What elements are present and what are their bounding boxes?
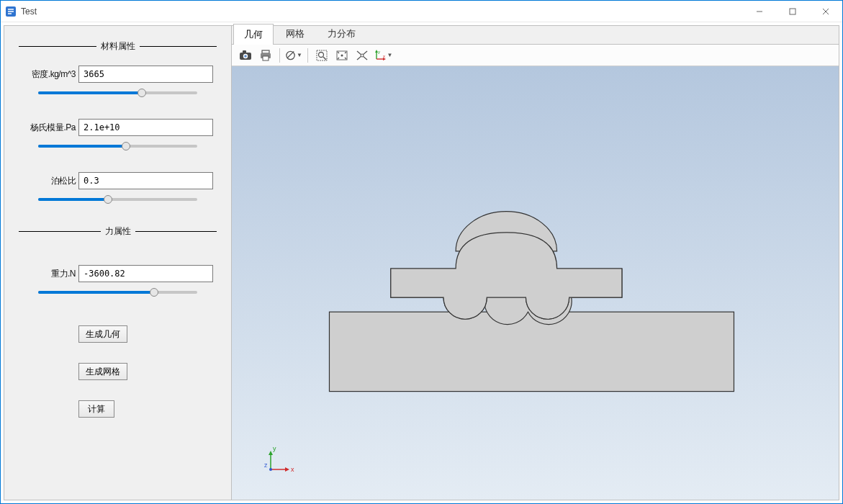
svg-point-8 [244, 55, 247, 58]
density-row: 密度.kg/m^3 [22, 66, 213, 83]
chevron-down-icon: ▼ [297, 52, 302, 58]
toolbar-separator [307, 48, 308, 63]
slider-thumb[interactable] [150, 288, 158, 297]
gravity-row: 重力.N [22, 265, 213, 282]
content-area: 材料属性 密度.kg/m^3 杨氏模量.Pa [4, 25, 839, 500]
generate-geometry-button[interactable]: 生成几何 [78, 325, 127, 343]
minimize-button[interactable] [743, 1, 776, 22]
svg-text:y: y [378, 50, 380, 54]
slider-thumb[interactable] [122, 142, 130, 150]
properties-panel: 材料属性 密度.kg/m^3 杨氏模量.Pa [4, 26, 231, 500]
svg-point-32 [269, 468, 272, 471]
group-header-force: 力属性 [19, 225, 217, 238]
car-shape [391, 212, 622, 325]
fit-view-icon[interactable] [333, 47, 351, 64]
calculate-button[interactable]: 计算 [78, 400, 114, 418]
base-slab [329, 312, 734, 391]
poisson-input[interactable] [78, 172, 213, 189]
zoom-area-icon[interactable] [312, 47, 331, 64]
generate-mesh-button[interactable]: 生成网格 [78, 363, 127, 380]
viewport[interactable]: x y z [232, 66, 839, 500]
chevron-down-icon: ▼ [387, 52, 393, 58]
svg-rect-11 [263, 56, 269, 60]
close-button[interactable] [809, 1, 842, 22]
slider-fill [38, 291, 154, 294]
tab-force[interactable]: 力分布 [317, 23, 366, 44]
axis-y-label: y [273, 445, 276, 452]
divider [140, 46, 217, 47]
young-row: 杨氏模量.Pa [22, 119, 213, 136]
tab-mesh[interactable]: 网格 [275, 23, 315, 44]
gravity-label: 重力.N [22, 268, 78, 280]
poisson-row: 泊松比 [22, 172, 213, 189]
slider-thumb[interactable] [138, 89, 146, 97]
viewer-toolbar: ▼ y x [232, 45, 839, 66]
window-controls [743, 1, 842, 22]
density-label: 密度.kg/m^3 [22, 68, 78, 81]
render-mode-icon[interactable]: ▼ [284, 47, 303, 64]
svg-line-16 [323, 57, 326, 60]
slider-fill [38, 145, 126, 148]
divider [19, 46, 96, 47]
tab-geometry[interactable]: 几何 [233, 24, 274, 45]
slider-thumb[interactable] [104, 195, 112, 204]
group-label-force: 力属性 [101, 225, 135, 238]
axis-triad: x y z [261, 442, 297, 478]
slider-fill [38, 198, 108, 201]
toolbar-separator [279, 48, 280, 63]
poisson-label: 泊松比 [22, 175, 78, 187]
app-window: Test 材料属性 密度.kg/m^3 杨氏 [0, 0, 843, 504]
camera-icon[interactable] [236, 47, 255, 64]
slider-fill [38, 91, 142, 94]
svg-rect-6 [243, 50, 246, 53]
gravity-slider[interactable] [38, 287, 197, 298]
young-input[interactable] [78, 119, 213, 136]
geometry-scene [232, 66, 839, 500]
poisson-slider[interactable] [38, 194, 197, 205]
tabbar: 几何 网格 力分布 [232, 26, 839, 45]
svg-text:x: x [383, 54, 385, 58]
viewer-panel: 几何 网格 力分布 ▼ [231, 26, 839, 500]
density-input[interactable] [78, 66, 213, 83]
print-icon[interactable] [256, 47, 275, 64]
young-slider[interactable] [38, 140, 197, 152]
axis-x-label: x [291, 466, 294, 473]
titlebar: Test [1, 1, 842, 22]
density-slider[interactable] [38, 87, 197, 99]
orient-icon[interactable] [353, 47, 371, 64]
divider [135, 231, 217, 232]
svg-point-12 [287, 51, 294, 59]
svg-rect-9 [262, 50, 269, 53]
svg-point-18 [341, 54, 343, 56]
group-header-material: 材料属性 [19, 40, 217, 53]
axis-z-label: z [264, 462, 268, 469]
app-icon [5, 6, 17, 17]
svg-rect-2 [790, 9, 795, 14]
window-title: Test [21, 6, 743, 17]
svg-point-15 [319, 52, 324, 57]
gravity-input[interactable] [78, 265, 213, 282]
maximize-button[interactable] [776, 1, 809, 22]
axes-preset-icon[interactable]: y x ▼ [373, 47, 393, 64]
svg-marker-29 [285, 467, 289, 472]
group-label-material: 材料属性 [96, 40, 140, 53]
young-label: 杨氏模量.Pa [22, 122, 78, 134]
divider [19, 231, 101, 232]
svg-point-21 [361, 54, 364, 57]
